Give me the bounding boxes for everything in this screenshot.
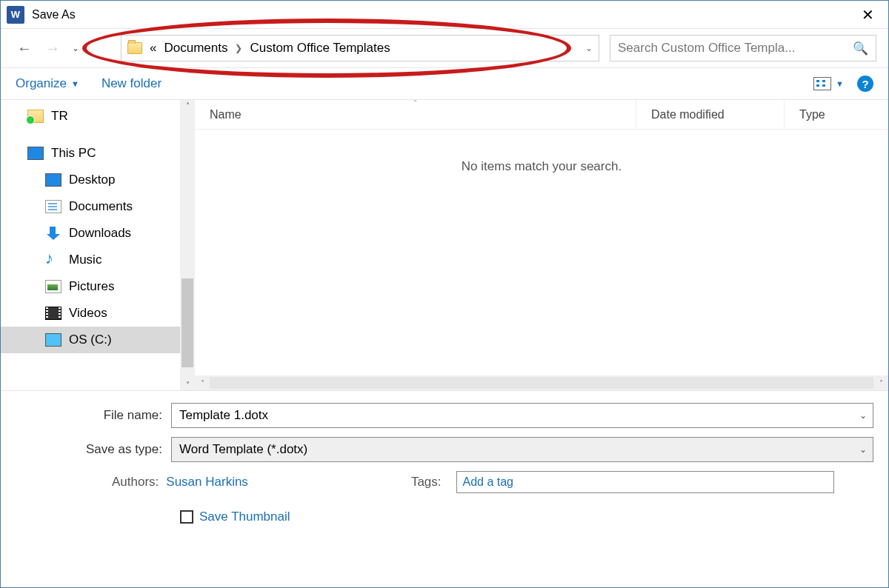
chevron-down-icon: ▼ [71, 79, 79, 88]
savetype-label: Save as type: [16, 442, 171, 457]
breadcrumb-overflow[interactable]: « [150, 41, 156, 56]
search-input[interactable]: Search Custom Office Templa... 🔍 [610, 35, 876, 61]
scroll-right-icon[interactable]: ˃ [873, 379, 888, 387]
authors-label: Authors: [112, 475, 159, 490]
empty-message: No items match your search. [195, 159, 888, 174]
authors-value[interactable]: Susan Harkins [166, 475, 248, 490]
new-folder-button[interactable]: New folder [101, 76, 162, 91]
window-title: Save As [32, 8, 853, 21]
view-button[interactable]: ▼ [813, 77, 844, 90]
help-button[interactable]: ? [857, 76, 873, 92]
back-button[interactable]: ← [13, 36, 36, 60]
column-label: Name [210, 108, 242, 121]
scroll-thumb[interactable] [182, 278, 193, 367]
sidebar-item-desktop[interactable]: Desktop [1, 167, 180, 193]
sidebar-label: TR [51, 109, 68, 124]
savetype-select[interactable]: Word Template (*.dotx) ⌄ [171, 437, 873, 462]
filename-value: Template 1.dotx [179, 408, 268, 423]
file-list-area: Name ˄ Date modified Type No items match… [195, 100, 888, 390]
breadcrumb-custom-templates[interactable]: Custom Office Templates [250, 41, 390, 56]
column-name[interactable]: Name ˄ [195, 100, 636, 129]
drive-icon [45, 333, 61, 347]
sidebar-label: Documents [69, 199, 133, 214]
column-type[interactable]: Type [785, 100, 888, 129]
folder-sync-icon [27, 110, 44, 123]
save-thumbnail-label[interactable]: Save Thumbnail [199, 510, 290, 524]
pictures-icon [45, 280, 61, 293]
save-as-dialog: W Save As ✕ ← → ⌄ ↑ « Documents ❯ Custom… [0, 0, 889, 588]
sidebar-item-tr[interactable]: TR [1, 103, 180, 130]
forward-button[interactable]: → [41, 36, 64, 60]
main-area: TR This PC Desktop Documents Downlo [1, 100, 888, 390]
breadcrumb-documents[interactable]: Documents [164, 41, 227, 56]
sidebar-item-documents[interactable]: Documents [1, 193, 180, 220]
sort-ascending-icon: ˄ [413, 100, 417, 107]
chevron-down-icon[interactable]: ⌄ [859, 410, 867, 421]
video-icon [45, 307, 61, 320]
sidebar-label: This PC [51, 146, 96, 161]
address-dropdown[interactable]: ⌄ [585, 43, 593, 53]
chevron-down-icon: ▼ [836, 79, 844, 88]
scroll-up-icon[interactable]: ˄ [186, 101, 190, 110]
scroll-track[interactable] [210, 377, 873, 389]
tags-placeholder: Add a tag [463, 475, 514, 489]
sidebar-label: Music [69, 253, 101, 267]
search-placeholder: Search Custom Office Templa... [618, 41, 795, 56]
organize-button[interactable]: Organize ▼ [16, 76, 79, 91]
sidebar-item-downloads[interactable]: Downloads [1, 220, 180, 247]
close-button[interactable]: ✕ [853, 4, 882, 26]
save-thumbnail-checkbox[interactable] [180, 510, 193, 524]
titlebar: W Save As ✕ [1, 1, 888, 29]
horizontal-scrollbar[interactable]: ˂ ˃ [195, 375, 888, 390]
music-icon [45, 253, 61, 267]
sidebar-label: OS (C:) [69, 333, 112, 347]
sidebar-item-music[interactable]: Music [1, 247, 180, 273]
scroll-down-icon[interactable]: ˅ [186, 381, 190, 389]
column-date[interactable]: Date modified [636, 100, 785, 129]
toolbar: Organize ▼ New folder ▼ ? [1, 67, 888, 100]
sidebar-item-videos[interactable]: Videos [1, 300, 180, 327]
document-icon [45, 200, 61, 213]
scroll-left-icon[interactable]: ˂ [195, 379, 210, 387]
sidebar-item-pictures[interactable]: Pictures [1, 273, 180, 300]
filename-label: File name: [16, 408, 171, 423]
sidebar-label: Desktop [69, 173, 115, 187]
save-form: File name: Template 1.dotx ⌄ Save as typ… [1, 390, 888, 532]
organize-label: Organize [16, 76, 67, 91]
search-icon[interactable]: 🔍 [853, 41, 868, 56]
filename-input[interactable]: Template 1.dotx ⌄ [171, 403, 873, 428]
view-icon [813, 77, 831, 90]
breadcrumb: « Documents ❯ Custom Office Templates [150, 41, 390, 56]
savetype-value: Word Template (*.dotx) [179, 442, 307, 457]
nav-row: ← → ⌄ ↑ « Documents ❯ Custom Office Temp… [1, 29, 888, 67]
tags-label: Tags: [411, 475, 442, 490]
sidebar-label: Videos [69, 306, 107, 321]
sidebar-scrollbar[interactable]: ˄ ˅ [180, 100, 195, 390]
folder-icon [127, 42, 142, 54]
chevron-down-icon[interactable]: ⌄ [859, 444, 867, 455]
history-dropdown[interactable]: ⌄ [69, 43, 82, 53]
sidebar-item-os-c[interactable]: OS (C:) [1, 327, 180, 353]
sidebar-label: Downloads [69, 226, 131, 241]
desktop-icon [45, 173, 61, 187]
chevron-right-icon: ❯ [235, 43, 242, 53]
monitor-icon [27, 147, 44, 160]
tags-input[interactable]: Add a tag [456, 471, 834, 493]
address-bar[interactable]: « Documents ❯ Custom Office Templates ⌄ [121, 35, 599, 61]
sidebar: TR This PC Desktop Documents Downlo [1, 100, 195, 390]
download-icon [45, 227, 61, 240]
sidebar-label: Pictures [69, 279, 114, 294]
word-icon: W [7, 6, 24, 24]
column-headers: Name ˄ Date modified Type [195, 100, 888, 130]
sidebar-item-this-pc[interactable]: This PC [1, 140, 180, 167]
